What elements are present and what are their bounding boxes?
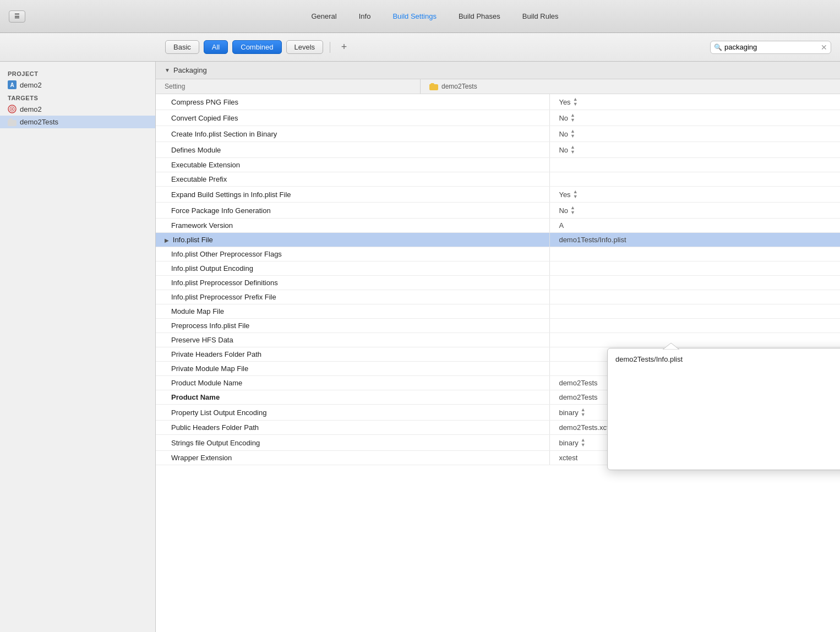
window: ☰ General Info Build Settings Build Phas… [0, 0, 840, 632]
search-input[interactable] [724, 43, 821, 51]
toolbar-tabs: General Info Build Settings Build Phases… [39, 9, 831, 24]
setting-name-cell: ▶ Info.plist File [156, 233, 550, 247]
setting-value-cell [550, 276, 840, 290]
setting-label: Defines Module [171, 146, 221, 154]
nav-button[interactable]: ☰ [9, 10, 25, 23]
setting-name-cell: Wrapper Extension [156, 451, 550, 465]
setting-value-cell[interactable]: Yes▲▼ [550, 94, 840, 110]
stepper-control[interactable]: ▲▼ [570, 113, 575, 123]
setting-label: Property List Output Encoding [171, 408, 266, 417]
setting-label: Wrapper Extension [171, 454, 232, 462]
stepper-control[interactable]: ▲▼ [573, 189, 578, 199]
filter-add-button[interactable]: + [337, 40, 351, 55]
setting-name-cell: Preprocess Info.plist File [156, 319, 550, 333]
stepper-control[interactable]: ▲▼ [570, 145, 575, 155]
setting-name-cell: Strings file Output Encoding [156, 435, 550, 451]
stepper-control[interactable]: ▲▼ [573, 97, 578, 107]
setting-value-cell [550, 290, 840, 304]
filter-bar: Basic All Combined Levels + 🔍 ✕ [0, 33, 840, 62]
setting-label: Public Headers Folder Path [171, 423, 259, 432]
setting-value-cell [550, 319, 840, 333]
filter-levels-button[interactable]: Levels [286, 40, 324, 54]
section-header: ▼ Packaging [156, 62, 840, 79]
stepper-control[interactable]: ▲▼ [581, 407, 586, 417]
setting-value-cell: A [550, 219, 840, 233]
setting-label: Module Map File [171, 307, 224, 315]
col-setting-header: Setting [156, 79, 420, 94]
setting-value-cell[interactable]: No▲▼ [550, 142, 840, 158]
section-arrow-icon: ▼ [165, 67, 170, 73]
setting-label: Private Headers Folder Path [171, 350, 261, 358]
setting-name-cell: Private Headers Folder Path [156, 347, 550, 362]
setting-value-cell[interactable]: Yes▲▼ [550, 187, 840, 203]
project-icon: A [8, 80, 17, 89]
tab-info[interactable]: Info [348, 9, 382, 24]
tab-general[interactable]: General [300, 9, 347, 24]
setting-label: Strings file Output Encoding [171, 439, 260, 447]
folder-small-icon [429, 83, 438, 90]
setting-label: Product Name [171, 393, 220, 401]
setting-value-cell[interactable]: No▲▼ [550, 126, 840, 142]
content-area: ▼ Packaging Setting demo2Tests Compress … [156, 62, 840, 632]
setting-label: Info.plist Output Encoding [171, 264, 253, 273]
setting-label: Product Module Name [171, 379, 242, 387]
svg-point-2 [12, 108, 13, 110]
setting-name-cell: Create Info.plist Section in Binary [156, 126, 550, 142]
setting-value: Yes [559, 98, 570, 106]
sidebar-item-project[interactable]: A demo2 [0, 78, 155, 91]
filter-basic-button[interactable]: Basic [165, 40, 199, 54]
setting-label: Convert Copied Files [171, 114, 238, 122]
tab-build-settings[interactable]: Build Settings [381, 9, 448, 24]
setting-label: Info.plist File [173, 236, 213, 244]
setting-name-cell: Info.plist Preprocessor Definitions [156, 276, 550, 290]
setting-value: xctest [559, 454, 577, 462]
popover-arrow-icon [663, 343, 679, 350]
setting-value-cell[interactable]: No▲▼ [550, 203, 840, 219]
col-value-header: demo2Tests [420, 79, 840, 94]
setting-value: binary [559, 408, 578, 417]
section-title: Packaging [173, 66, 207, 74]
setting-value: No [559, 206, 568, 215]
filter-combined-button[interactable]: Combined [232, 40, 281, 54]
sidebar-item-demo2-target[interactable]: demo2 [0, 102, 155, 116]
setting-label: Create Info.plist Section in Binary [171, 130, 277, 138]
project-section-label: PROJECT [0, 67, 155, 78]
popover-value: demo2Tests/Info.plist [615, 355, 683, 363]
setting-label: Info.plist Preprocessor Definitions [171, 279, 278, 287]
search-icon: 🔍 [714, 43, 722, 51]
setting-name-cell: Executable Extension [156, 158, 550, 172]
tab-build-phases[interactable]: Build Phases [448, 9, 511, 24]
setting-value: demo2Tests [559, 379, 597, 387]
target-icon [8, 105, 17, 113]
setting-name-cell: Framework Version [156, 219, 550, 233]
setting-name-cell: Product Name [156, 390, 550, 405]
setting-label: Info.plist Preprocessor Prefix File [171, 293, 276, 301]
setting-value: Yes [559, 190, 570, 199]
setting-value-cell [550, 158, 840, 172]
sidebar-demo2-label: demo2 [20, 105, 42, 113]
setting-label: Private Module Map File [171, 364, 248, 373]
setting-name-cell: Defines Module [156, 142, 550, 158]
setting-name-cell: Module Map File [156, 304, 550, 319]
row-expand-icon[interactable]: ▶ [165, 237, 171, 243]
setting-value: A [559, 221, 564, 230]
filter-all-button[interactable]: All [204, 40, 228, 54]
nav-buttons: ☰ [9, 10, 25, 23]
setting-name-cell: Compress PNG Files [156, 94, 550, 110]
search-clear-button[interactable]: ✕ [821, 43, 827, 52]
sidebar-item-demo2tests[interactable]: demo2Tests [0, 116, 155, 128]
stepper-control[interactable]: ▲▼ [581, 438, 586, 448]
column-headers: Setting demo2Tests [156, 79, 840, 94]
setting-value-cell[interactable]: No▲▼ [550, 110, 840, 126]
setting-value: binary [559, 439, 578, 447]
sidebar-project-label: demo2 [20, 81, 42, 89]
setting-value-cell [550, 304, 840, 319]
setting-value-cell [550, 247, 840, 261]
popover-content: demo2Tests/Info.plist [608, 348, 840, 470]
setting-name-cell: Property List Output Encoding [156, 405, 550, 421]
stepper-control[interactable]: ▲▼ [570, 205, 575, 215]
stepper-control[interactable]: ▲▼ [570, 129, 575, 139]
filter-divider [330, 42, 330, 53]
svg-marker-3 [663, 343, 679, 350]
tab-build-rules[interactable]: Build Rules [511, 9, 570, 24]
